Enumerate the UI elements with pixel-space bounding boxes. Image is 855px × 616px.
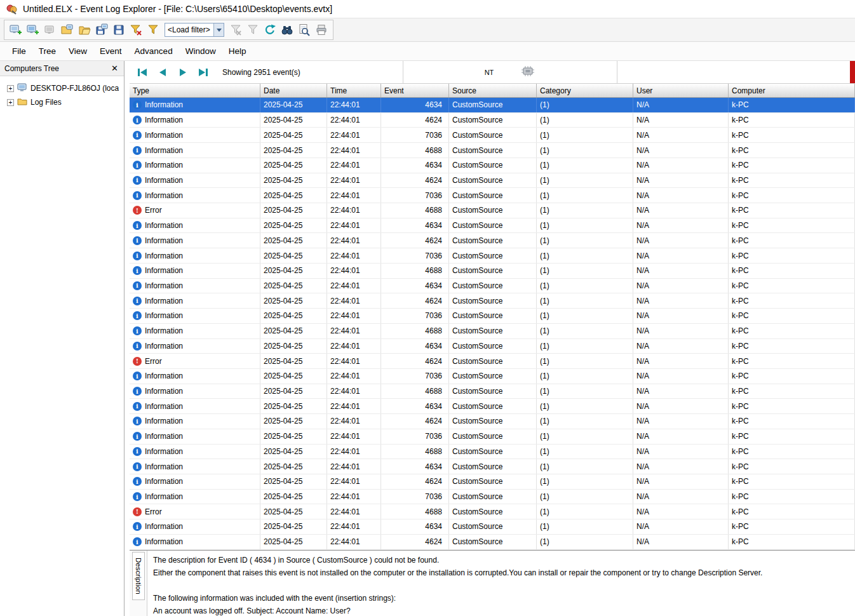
load-filter-dropdown[interactable]: <Load filter>: [165, 23, 224, 37]
last-event-button[interactable]: [196, 65, 211, 80]
event-row[interactable]: iInformation2025-04-2522:44:014634Custom…: [130, 279, 855, 294]
event-row[interactable]: iInformation2025-04-2522:44:017036Custom…: [130, 188, 855, 203]
column-header-event[interactable]: Event: [381, 84, 449, 97]
type-cell: iInformation: [130, 233, 260, 248]
tree-item-log-files[interactable]: + Log Files: [3, 95, 121, 109]
user-cell: N/A: [633, 414, 729, 429]
menu-item-file[interactable]: File: [6, 44, 32, 58]
source-cell: CustomSource: [449, 143, 537, 157]
column-header-computer[interactable]: Computer: [729, 84, 855, 97]
column-header-time[interactable]: Time: [327, 84, 381, 97]
event-row[interactable]: iInformation2025-04-2522:44:014624Custom…: [130, 173, 855, 189]
column-header-type[interactable]: Type: [130, 84, 260, 97]
type-label: Information: [145, 462, 183, 471]
event-row[interactable]: iInformation2025-04-2522:44:014624Custom…: [130, 474, 855, 490]
event-cell: 7036: [381, 490, 449, 504]
type-label: Information: [145, 311, 183, 320]
filter-disabled-icon[interactable]: [245, 22, 260, 37]
expand-icon[interactable]: +: [7, 99, 14, 106]
view-details-icon[interactable]: [297, 22, 312, 37]
date-cell: 2025-04-25: [260, 354, 327, 368]
event-row[interactable]: iInformation2025-04-2522:44:014624Custom…: [130, 535, 855, 550]
computers-tree: + DESKTOP-FJL86OJ (loca + Log Files: [0, 76, 124, 114]
next-event-button[interactable]: [175, 65, 191, 80]
event-row[interactable]: iInformation2025-04-2522:44:014624Custom…: [130, 233, 855, 248]
filter-icon[interactable]: [145, 22, 161, 37]
column-header-date[interactable]: Date: [260, 84, 327, 97]
remove-computer-icon[interactable]: [43, 22, 58, 37]
type-label: Error: [145, 206, 162, 215]
event-row[interactable]: !Error2025-04-2522:44:014688CustomSource…: [130, 203, 855, 218]
type-cell: iInformation: [130, 218, 260, 233]
menu-item-event[interactable]: Event: [94, 44, 128, 58]
refresh-icon[interactable]: [262, 22, 278, 37]
menu-item-window[interactable]: Window: [180, 44, 222, 58]
event-cell: 7036: [381, 248, 449, 263]
new-workspace-icon[interactable]: [8, 22, 24, 37]
event-row[interactable]: iInformation2025-04-2522:44:014634Custom…: [130, 218, 855, 234]
dropdown-arrow-icon[interactable]: [213, 23, 224, 36]
previous-event-button[interactable]: [155, 65, 170, 80]
event-row[interactable]: iInformation2025-04-2522:44:014688Custom…: [130, 264, 855, 279]
column-header-source[interactable]: Source: [449, 84, 537, 97]
event-row[interactable]: iInformation2025-04-2522:44:014634Custom…: [130, 459, 855, 474]
save-icon[interactable]: [111, 22, 126, 37]
information-icon: i: [133, 342, 142, 351]
save-workspace-icon[interactable]: [94, 22, 109, 37]
information-icon: i: [133, 236, 142, 245]
close-panel-button[interactable]: ✕: [110, 64, 119, 72]
category-cell: (1): [537, 429, 633, 444]
user-cell: N/A: [633, 128, 729, 142]
open-workspace-icon[interactable]: [60, 22, 75, 37]
event-row[interactable]: iInformation2025-04-2522:44:014634Custom…: [130, 399, 855, 414]
event-row[interactable]: iInformation2025-04-2522:44:014634Custom…: [130, 98, 855, 113]
event-row[interactable]: iInformation2025-04-2522:44:017036Custom…: [130, 309, 855, 324]
type-label: Information: [145, 131, 183, 140]
event-row[interactable]: iInformation2025-04-2522:44:014688Custom…: [130, 324, 855, 339]
event-row[interactable]: iInformation2025-04-2522:44:017036Custom…: [130, 490, 855, 505]
event-row[interactable]: iInformation2025-04-2522:44:014634Custom…: [130, 339, 855, 354]
date-cell: 2025-04-25: [260, 399, 327, 413]
menu-item-view[interactable]: View: [63, 44, 93, 58]
category-cell: (1): [537, 203, 633, 218]
event-row[interactable]: iInformation2025-04-2522:44:017036Custom…: [130, 128, 855, 143]
add-computer-icon[interactable]: [25, 22, 41, 37]
event-row[interactable]: !Error2025-04-2522:44:014624CustomSource…: [130, 354, 855, 369]
menu-item-advanced[interactable]: Advanced: [129, 44, 178, 58]
event-row[interactable]: iInformation2025-04-2522:44:014634Custom…: [130, 519, 855, 535]
event-row[interactable]: iInformation2025-04-2522:44:017036Custom…: [130, 369, 855, 384]
category-cell: (1): [537, 309, 633, 323]
event-row[interactable]: iInformation2025-04-2522:44:014624Custom…: [130, 414, 855, 429]
menu-item-tree[interactable]: Tree: [33, 44, 62, 58]
expand-icon[interactable]: +: [7, 85, 14, 92]
event-cell: 4634: [381, 459, 449, 474]
event-cell: 4688: [381, 384, 449, 399]
print-icon[interactable]: [314, 22, 329, 37]
menu-item-help[interactable]: Help: [223, 44, 252, 58]
event-row[interactable]: iInformation2025-04-2522:44:017036Custom…: [130, 248, 855, 264]
event-row[interactable]: !Error2025-04-2522:44:014688CustomSource…: [130, 504, 855, 519]
first-event-button[interactable]: [135, 65, 150, 80]
event-row[interactable]: iInformation2025-04-2522:44:017036Custom…: [130, 429, 855, 445]
event-row[interactable]: iInformation2025-04-2522:44:014688Custom…: [130, 445, 855, 460]
column-header-category[interactable]: Category: [537, 84, 633, 97]
type-label: Error: [145, 507, 162, 516]
date-cell: 2025-04-25: [260, 384, 327, 399]
open-log-file-icon[interactable]: [77, 22, 92, 37]
category-cell: (1): [537, 504, 633, 519]
event-row[interactable]: iInformation2025-04-2522:44:014688Custom…: [130, 384, 855, 399]
tree-item-computer[interactable]: + DESKTOP-FJL86OJ (loca: [3, 81, 121, 95]
clear-filter-icon[interactable]: [128, 22, 144, 37]
event-row[interactable]: iInformation2025-04-2522:44:014688Custom…: [130, 143, 855, 158]
event-row[interactable]: iInformation2025-04-2522:44:014634Custom…: [130, 158, 855, 173]
find-icon[interactable]: [279, 22, 295, 37]
column-header-user[interactable]: User: [633, 84, 729, 97]
type-label: Information: [145, 522, 183, 531]
filter-disabled-x-icon[interactable]: [228, 22, 243, 37]
user-cell: N/A: [633, 173, 729, 188]
description-tab[interactable]: Description: [132, 552, 145, 600]
panel-splitter[interactable]: [125, 61, 130, 616]
user-cell: N/A: [633, 535, 729, 549]
event-row[interactable]: iInformation2025-04-2522:44:014624Custom…: [130, 113, 855, 128]
event-row[interactable]: iInformation2025-04-2522:44:014624Custom…: [130, 293, 855, 309]
